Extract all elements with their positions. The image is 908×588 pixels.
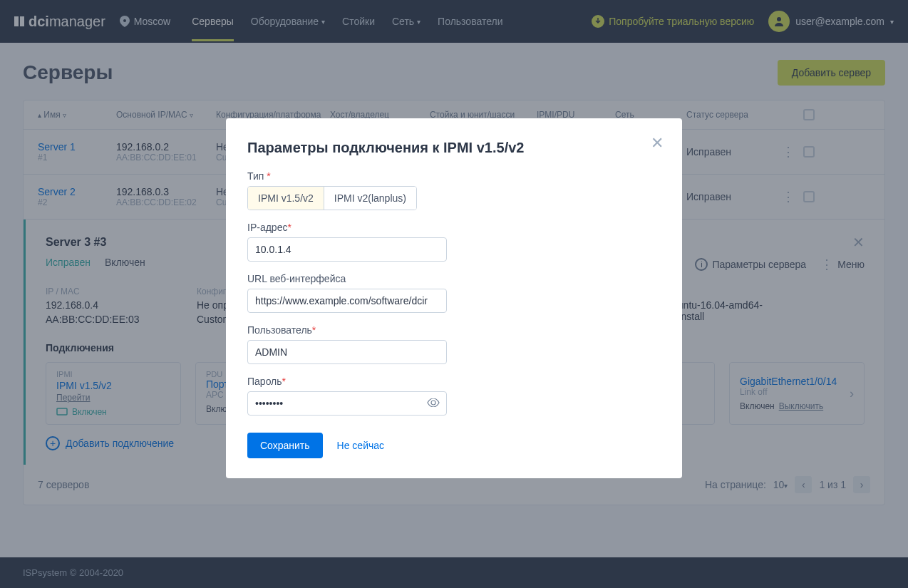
eye-icon[interactable] — [427, 398, 440, 409]
close-icon[interactable]: ✕ — [651, 134, 664, 153]
password-input[interactable] — [247, 391, 447, 416]
url-input[interactable] — [247, 289, 447, 313]
ip-input[interactable] — [247, 237, 447, 262]
user-input[interactable] — [247, 340, 447, 364]
modal-title: Параметры подключения к IPMI v1.5/v2 — [247, 140, 661, 156]
type-segmented: IPMI v1.5/v2 IPMI v2(lanplus) — [247, 186, 417, 210]
save-button[interactable]: Сохранить — [247, 433, 323, 458]
user-label: Пользователь* — [247, 324, 661, 336]
type-label: Тип * — [247, 170, 661, 182]
password-label: Пароль* — [247, 376, 661, 387]
type-option-v15[interactable]: IPMI v1.5/v2 — [248, 187, 324, 210]
modal-overlay[interactable]: ✕ Параметры подключения к IPMI v1.5/v2 Т… — [0, 0, 908, 588]
url-label: URL веб-интерфейса — [247, 273, 661, 284]
type-option-v2[interactable]: IPMI v2(lanplus) — [324, 187, 416, 210]
ip-label: IP-адрес* — [247, 222, 661, 233]
not-now-button[interactable]: Не сейчас — [337, 440, 384, 451]
ipmi-modal: ✕ Параметры подключения к IPMI v1.5/v2 Т… — [226, 118, 682, 478]
